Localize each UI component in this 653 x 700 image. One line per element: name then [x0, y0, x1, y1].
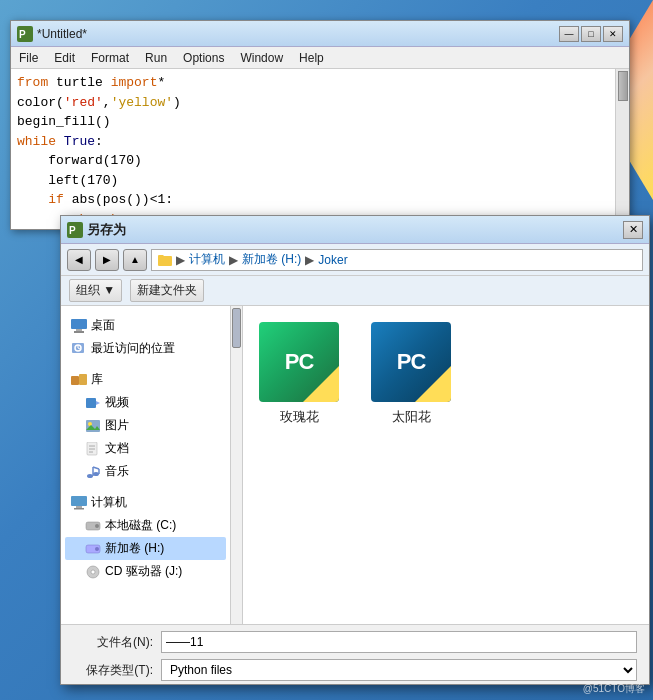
close-button[interactable]: ✕: [603, 26, 623, 42]
nav-item-computer[interactable]: 计算机: [65, 491, 226, 514]
newvolume-icon: [85, 542, 101, 556]
back-button[interactable]: ◀: [67, 249, 91, 271]
editor-titlebar: P *Untitled* — □ ✕: [11, 21, 629, 47]
nav-item-picture[interactable]: 图片: [65, 414, 226, 437]
svg-rect-27: [71, 496, 87, 506]
code-line-4: while True:: [17, 132, 609, 152]
saveas-dialog: P 另存为 ✕ ◀ ▶ ▲ ▶ 计算机 ▶ 新加卷 (H:) ▶ Joker 组…: [60, 215, 650, 685]
editor-app-icon: P: [17, 26, 33, 42]
editor-scrollbar[interactable]: [615, 69, 629, 229]
folder-icon: [158, 254, 172, 266]
nav-label-document: 文档: [105, 440, 129, 457]
filename-input[interactable]: [161, 631, 637, 653]
address-path[interactable]: ▶ 计算机 ▶ 新加卷 (H:) ▶ Joker: [151, 249, 643, 271]
dialog-toolbar: 组织 ▼ 新建文件夹: [61, 276, 649, 306]
dialog-title-left: P 另存为: [67, 221, 126, 239]
computer-icon: [71, 496, 87, 510]
desktop-icon: [71, 319, 87, 333]
nav-item-newvolume[interactable]: 新加卷 (H:): [65, 537, 226, 560]
path-computer[interactable]: 计算机: [189, 251, 225, 268]
code-editor[interactable]: from turtle import* color('red','yellow'…: [11, 69, 615, 229]
filetype-row: 保存类型(T): Python files: [73, 659, 637, 681]
svg-text:P: P: [69, 225, 76, 236]
dialog-main: 桌面 最近访问的位置: [61, 306, 649, 624]
nav-label-video: 视频: [105, 394, 129, 411]
file-item-0[interactable]: PC 玫瑰花: [259, 322, 339, 426]
nav-item-cdrom[interactable]: CD 驱动器 (J:): [65, 560, 226, 583]
nav-item-recent[interactable]: 最近访问的位置: [65, 337, 226, 360]
nav-scrollbar[interactable]: [231, 306, 243, 624]
menu-options[interactable]: Options: [179, 49, 228, 67]
svg-point-35: [91, 570, 95, 574]
code-line-6: left(170): [17, 171, 609, 191]
organize-button[interactable]: 组织 ▼: [69, 279, 122, 302]
document-icon: [85, 442, 101, 456]
nav-item-document[interactable]: 文档: [65, 437, 226, 460]
new-folder-button[interactable]: 新建文件夹: [130, 279, 204, 302]
dialog-bottom: 文件名(N): 保存类型(T): Python files: [61, 624, 649, 684]
svg-text:P: P: [19, 29, 26, 40]
picture-icon: [85, 419, 101, 433]
svg-point-33: [95, 547, 99, 551]
path-sep-3: ▶: [305, 253, 314, 267]
editor-title-left: P *Untitled*: [17, 26, 87, 42]
editor-window-controls: — □ ✕: [559, 26, 623, 42]
code-line-7: if abs(pos())<1:: [17, 190, 609, 210]
filetype-label: 保存类型(T):: [73, 662, 153, 679]
path-drive[interactable]: 新加卷 (H:): [242, 251, 301, 268]
maximize-button[interactable]: □: [581, 26, 601, 42]
svg-rect-28: [76, 506, 82, 508]
filename-label: 文件名(N):: [73, 634, 153, 651]
nav-label-music: 音乐: [105, 463, 129, 480]
nav-item-desktop[interactable]: 桌面: [65, 314, 226, 337]
editor-body: from turtle import* color('red','yellow'…: [11, 69, 629, 229]
filename-row: 文件名(N):: [73, 631, 637, 653]
up-button[interactable]: ▲: [123, 249, 147, 271]
scrollbar-thumb[interactable]: [618, 71, 628, 101]
svg-point-16: [88, 422, 92, 426]
forward-button[interactable]: ▶: [95, 249, 119, 271]
harddisk-icon: [85, 519, 101, 533]
file-label-0: 玫瑰花: [280, 408, 319, 426]
nav-scrollbar-thumb[interactable]: [232, 308, 241, 348]
nav-item-localdisk[interactable]: 本地磁盘 (C:): [65, 514, 226, 537]
code-line-1: from turtle import*: [17, 73, 609, 93]
file-icon-1: PC: [371, 322, 451, 402]
library-icon: [71, 373, 87, 387]
menu-edit[interactable]: Edit: [50, 49, 79, 67]
menu-format[interactable]: Format: [87, 49, 133, 67]
minimize-button[interactable]: —: [559, 26, 579, 42]
path-sep-1: ▶: [176, 253, 185, 267]
dialog-nav: 桌面 最近访问的位置: [61, 306, 231, 624]
recent-icon: [71, 342, 87, 356]
path-folder[interactable]: Joker: [318, 253, 347, 267]
svg-rect-15: [86, 420, 100, 432]
nav-item-library[interactable]: 库: [65, 368, 226, 391]
file-item-1[interactable]: PC 太阳花: [371, 322, 451, 426]
svg-rect-29: [74, 508, 84, 510]
svg-rect-11: [71, 376, 79, 385]
nav-label-desktop: 桌面: [91, 317, 115, 334]
editor-menubar: File Edit Format Run Options Window Help: [11, 47, 629, 69]
code-line-2: color('red','yellow'): [17, 93, 609, 113]
code-line-5: forward(170): [17, 151, 609, 171]
filetype-select[interactable]: Python files: [161, 659, 637, 681]
menu-help[interactable]: Help: [295, 49, 328, 67]
svg-rect-12: [79, 374, 87, 385]
menu-file[interactable]: File: [15, 49, 42, 67]
dialog-close-button[interactable]: ✕: [623, 221, 643, 239]
svg-point-31: [95, 524, 99, 528]
svg-point-22: [87, 474, 93, 478]
nav-label-recent: 最近访问的位置: [91, 340, 175, 357]
nav-label-picture: 图片: [105, 417, 129, 434]
dialog-addressbar: ◀ ▶ ▲ ▶ 计算机 ▶ 新加卷 (H:) ▶ Joker: [61, 244, 649, 276]
file-icon-0: PC: [259, 322, 339, 402]
svg-rect-6: [74, 331, 84, 333]
nav-item-music[interactable]: 音乐: [65, 460, 226, 483]
nav-label-localdisk: 本地磁盘 (C:): [105, 517, 176, 534]
menu-window[interactable]: Window: [236, 49, 287, 67]
watermark: @51CTO博客: [583, 682, 645, 696]
nav-item-video[interactable]: 视频: [65, 391, 226, 414]
menu-run[interactable]: Run: [141, 49, 171, 67]
dialog-icon: P: [67, 222, 83, 238]
